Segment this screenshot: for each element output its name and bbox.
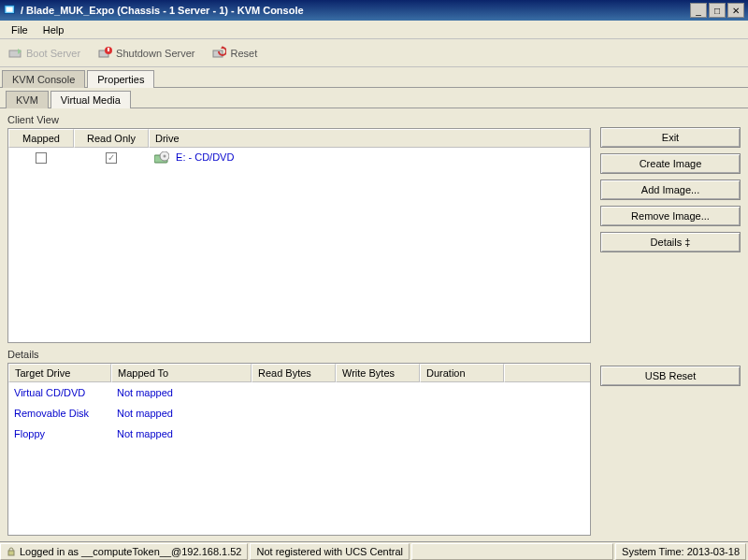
col-write-bytes[interactable]: Write Bytes <box>336 364 420 382</box>
status-spacer <box>411 543 613 560</box>
details-grid: Target Drive Mapped To Read Bytes Write … <box>7 363 591 536</box>
tab-kvm[interactable]: KVM <box>6 91 49 108</box>
toolbar: Boot Server Shutdown Server Reset <box>0 39 748 67</box>
menu-file[interactable]: File <box>4 22 36 37</box>
top-tabs: KVM Console Properties <box>0 67 748 88</box>
col-mapped-to[interactable]: Mapped To <box>111 364 252 382</box>
duration-cell <box>420 391 504 395</box>
write-bytes-cell <box>336 432 420 436</box>
usb-reset-button[interactable]: USB Reset <box>600 366 741 386</box>
tab-kvm-console[interactable]: KVM Console <box>2 70 85 88</box>
maximize-button[interactable]: □ <box>709 3 726 18</box>
details-button[interactable]: Details ‡ <box>600 232 741 252</box>
client-view-row[interactable]: E: - CD/DVD <box>8 148 590 168</box>
table-row[interactable]: Floppy Not mapped <box>8 424 590 444</box>
target-drive-cell: Virtual CD/DVD <box>8 385 111 400</box>
reset-button[interactable]: Reset <box>211 46 257 61</box>
col-read-bytes[interactable]: Read Bytes <box>252 364 336 382</box>
sub-tabs: KVM Virtual Media <box>0 88 748 108</box>
write-bytes-cell <box>336 391 420 395</box>
target-drive-cell: Floppy <box>8 426 111 441</box>
shutdown-server-label: Shutdown Server <box>116 48 194 59</box>
exit-button[interactable]: Exit <box>600 127 741 148</box>
svg-point-11 <box>164 155 166 158</box>
boot-server-button[interactable]: Boot Server <box>7 46 80 61</box>
svg-rect-1 <box>7 7 13 12</box>
status-login: Logged in as __computeToken__@192.168.1.… <box>0 543 248 560</box>
content-area: Client View Mapped Read Only Drive <box>0 108 748 541</box>
col-mapped[interactable]: Mapped <box>8 129 74 148</box>
details-label: Details <box>7 349 591 360</box>
add-image-button[interactable]: Add Image... <box>600 179 741 200</box>
readonly-checkbox[interactable] <box>106 152 117 164</box>
create-image-button[interactable]: Create Image <box>600 153 741 174</box>
svg-rect-6 <box>108 48 109 51</box>
drive-label: E: - CD/DVD <box>176 151 234 163</box>
duration-cell <box>420 432 504 436</box>
lock-icon <box>7 547 16 556</box>
minimize-button[interactable]: _ <box>690 3 707 18</box>
menu-help[interactable]: Help <box>36 22 72 37</box>
titlebar: / Blade_MUK_Expo (Chassis - 1 Server - 1… <box>0 0 748 21</box>
cd-dvd-icon <box>154 151 169 165</box>
read-bytes-cell <box>252 391 336 395</box>
svg-rect-12 <box>8 551 14 555</box>
client-view-grid: Mapped Read Only Drive E: - <box>7 128 591 343</box>
menubar: File Help <box>0 21 748 39</box>
mapped-to-cell: Not mapped <box>111 406 252 421</box>
shutdown-server-button[interactable]: Shutdown Server <box>97 46 194 61</box>
boot-server-label: Boot Server <box>26 48 80 59</box>
table-row[interactable]: Removable Disk Not mapped <box>8 403 590 424</box>
read-bytes-cell <box>252 411 336 415</box>
target-drive-cell: Removable Disk <box>8 406 111 421</box>
tab-properties[interactable]: Properties <box>87 70 154 88</box>
write-bytes-cell <box>336 411 420 415</box>
status-time: System Time: 2013-03-18 <box>615 543 746 560</box>
col-read-only[interactable]: Read Only <box>74 129 149 148</box>
col-drive[interactable]: Drive <box>149 129 590 148</box>
reset-icon <box>211 46 226 61</box>
app-icon <box>4 4 17 17</box>
shutdown-server-icon <box>97 46 112 61</box>
duration-cell <box>420 411 504 415</box>
mapped-to-cell: Not mapped <box>111 426 252 441</box>
mapped-checkbox[interactable] <box>36 152 47 164</box>
mapped-to-cell: Not mapped <box>111 385 252 400</box>
close-button[interactable]: ✕ <box>727 3 744 18</box>
boot-server-icon <box>7 46 22 61</box>
table-row[interactable]: Virtual CD/DVD Not mapped <box>8 382 590 403</box>
statusbar: Logged in as __computeToken__@192.168.1.… <box>0 541 748 560</box>
col-duration[interactable]: Duration <box>420 364 504 382</box>
window-title: / Blade_MUK_Expo (Chassis - 1 Server - 1… <box>21 5 688 16</box>
status-ucs: Not registered with UCS Central <box>250 543 410 560</box>
remove-image-button[interactable]: Remove Image... <box>600 206 741 226</box>
tab-virtual-media[interactable]: Virtual Media <box>50 91 131 108</box>
col-target-drive[interactable]: Target Drive <box>8 364 111 382</box>
read-bytes-cell <box>252 432 336 436</box>
client-view-label: Client View <box>7 114 591 125</box>
reset-label: Reset <box>230 48 257 59</box>
